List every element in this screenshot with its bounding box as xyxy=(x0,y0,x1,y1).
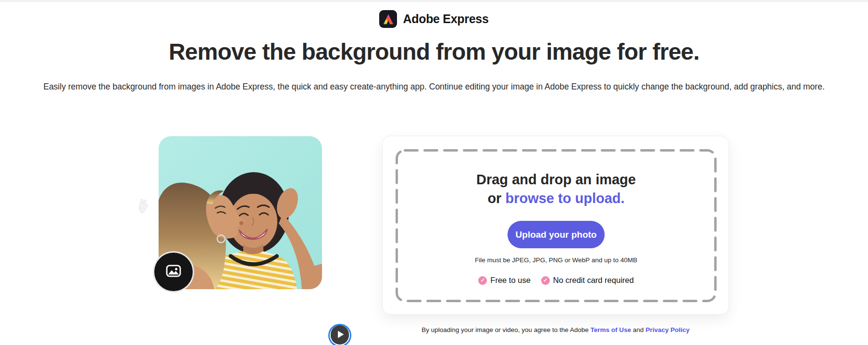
image-icon xyxy=(164,262,183,282)
benefit-no-card: ✓ No credit card required xyxy=(541,276,634,285)
benefit-free: ✓ Free to use xyxy=(478,276,530,285)
dropzone-line1: Drag and drop an image xyxy=(476,170,636,189)
terms-of-use-link[interactable]: Terms of Use xyxy=(591,326,632,333)
benefits-row: ✓ Free to use ✓ No credit card required xyxy=(478,276,633,285)
check-icon: ✓ xyxy=(478,276,487,285)
benefit-label: Free to use xyxy=(490,276,530,285)
dropzone-title: Drag and drop an image or browse to uplo… xyxy=(476,170,636,208)
dropzone-line2: or browse to upload. xyxy=(476,189,636,208)
file-requirements: File must be JPEG, JPG, PNG or WebP and … xyxy=(475,256,637,264)
play-icon xyxy=(331,325,349,345)
check-icon: ✓ xyxy=(541,276,550,285)
hand-sticker-icon xyxy=(136,196,152,217)
brand-header[interactable]: Adobe Express xyxy=(0,10,868,28)
upload-photo-button[interactable]: Upload your photo xyxy=(508,221,605,248)
privacy-policy-link[interactable]: Privacy Policy xyxy=(645,326,690,333)
photo-type-badge xyxy=(153,251,194,293)
page-subtitle: Easily remove the background from images… xyxy=(0,82,868,92)
browse-to-upload-link[interactable]: browse to upload. xyxy=(505,191,624,206)
adobe-express-logo-icon xyxy=(379,10,397,28)
play-video-button[interactable] xyxy=(331,326,349,345)
page-title: Remove the background from your image fo… xyxy=(0,38,868,65)
top-divider xyxy=(0,0,868,2)
brand-name: Adobe Express xyxy=(403,12,488,26)
benefit-label: No credit card required xyxy=(553,276,634,285)
upload-card: Drag and drop an image or browse to uplo… xyxy=(382,136,729,315)
legal-notice: By uploading your image or video, you ag… xyxy=(382,326,729,333)
dropzone[interactable]: Drag and drop an image or browse to uplo… xyxy=(396,149,717,302)
